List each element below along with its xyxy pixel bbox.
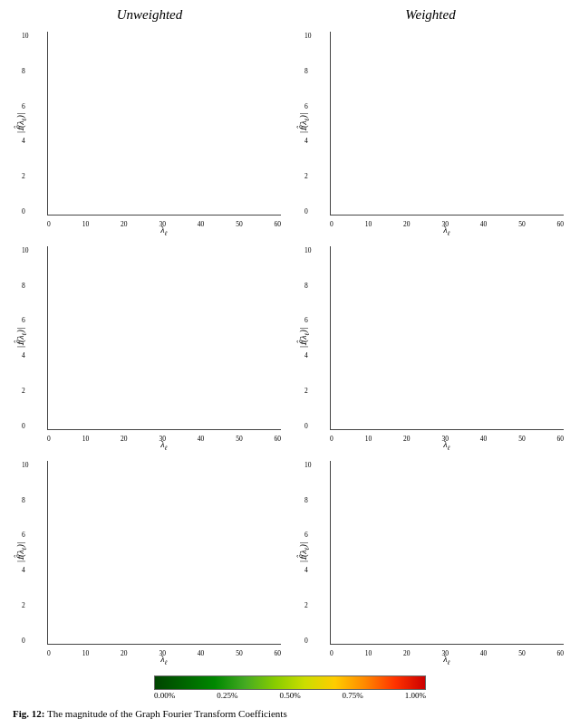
y-ticks-0-0: 10 8 6 4 2 0 <box>22 32 29 216</box>
x-label-0-0: λℓ <box>160 225 167 237</box>
x-label-0-1: λℓ <box>443 225 450 237</box>
y-ticks-1-0: 10 8 6 4 2 0 <box>22 246 29 430</box>
y-ticks-2-1: 10 8 6 4 2 0 <box>304 461 312 645</box>
unweighted-header: Unweighted <box>14 7 285 23</box>
colorbar-section: 0.00% 0.25% 0.50% 0.75% 1.00% <box>9 675 571 700</box>
plot-1-0: |f̂(λℓ)| 10 8 6 4 2 0 0 10 20 30 4 <box>9 241 288 454</box>
caption-text: The magnitude of the Graph Fourier Trans… <box>47 708 287 719</box>
y-ticks-1-1: 10 8 6 4 2 0 <box>304 246 312 430</box>
plot-area-0-1 <box>330 32 564 216</box>
caption-label: Fig. 12: <box>13 708 44 719</box>
plot-area-2-0 <box>47 461 281 645</box>
colorbar-label-2: 0.50% <box>279 691 300 700</box>
plot-0-1: |f̂(λℓ)| 10 8 6 4 2 0 0 10 20 30 4 <box>292 26 571 239</box>
canvas-0-0 <box>48 32 281 215</box>
plot-0-0: |f̂(λℓ)| 10 8 6 4 2 0 0 10 <box>9 26 288 239</box>
colorbar-labels: 0.00% 0.25% 0.50% 0.75% 1.00% <box>154 691 426 700</box>
plot-area-1-1 <box>330 246 564 430</box>
y-ticks-2-0: 10 8 6 4 2 0 <box>22 461 29 645</box>
x-label-1-0: λℓ <box>160 439 167 452</box>
canvas-2-0 <box>48 461 281 644</box>
y-ticks-0-1: 10 8 6 4 2 0 <box>304 32 312 216</box>
plot-1-1: |f̂(λℓ)| 10 8 6 4 2 0 0 10 20 30 4 <box>292 241 571 454</box>
column-headers: Unweighted Weighted <box>9 7 571 23</box>
colorbar-label-1: 0.25% <box>217 691 237 700</box>
canvas-1-1 <box>331 246 564 429</box>
colorbar-label-0: 0.00% <box>154 691 175 700</box>
plots-grid: |f̂(λℓ)| 10 8 6 4 2 0 0 10 <box>9 26 571 668</box>
plot-2-0: |f̂(λℓ)| 10 8 6 4 2 0 0 10 20 30 4 <box>9 455 288 668</box>
plot-area-2-1 <box>330 461 564 645</box>
colorbar-label-4: 1.00% <box>405 691 426 700</box>
canvas-2-1 <box>331 461 564 644</box>
colorbar-wrap <box>154 675 426 690</box>
colorbar-gradient <box>154 675 426 690</box>
x-label-1-1: λℓ <box>443 439 450 452</box>
figure-caption: Fig. 12: The magnitude of the Graph Four… <box>9 707 571 721</box>
plot-area-0-0 <box>47 32 281 216</box>
plot-area-1-0 <box>47 246 281 430</box>
x-label-2-1: λℓ <box>443 654 450 666</box>
canvas-1-0 <box>48 246 281 429</box>
colorbar-label-3: 0.75% <box>343 691 363 700</box>
page-container: Unweighted Weighted |f̂(λℓ)| 10 8 6 4 2 … <box>0 0 580 728</box>
plot-2-1: |f̂(λℓ)| 10 8 6 4 2 0 0 10 20 30 4 <box>292 455 571 668</box>
x-label-2-0: λℓ <box>160 654 167 666</box>
canvas-0-1 <box>331 32 564 215</box>
weighted-header: Weighted <box>295 7 566 23</box>
